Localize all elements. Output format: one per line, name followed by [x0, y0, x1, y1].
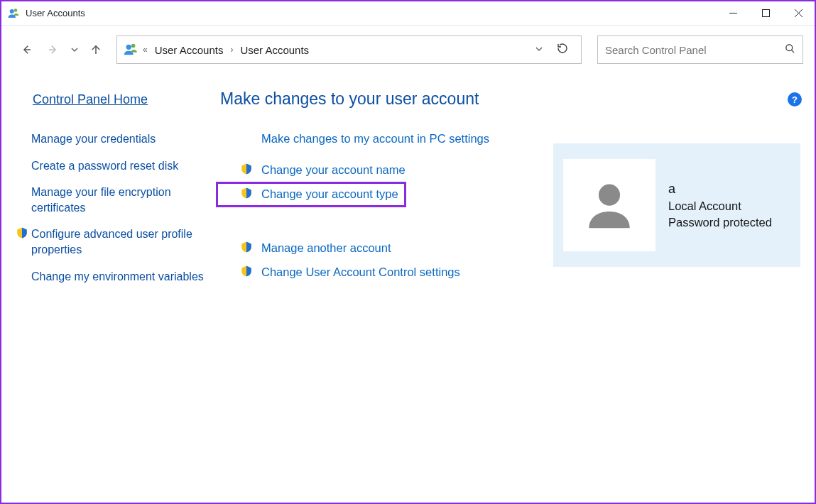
back-button[interactable]	[14, 38, 38, 62]
shield-icon	[240, 241, 253, 253]
link-pc-settings[interactable]: Make changes to my account in PC setting…	[261, 132, 489, 146]
shield-icon	[240, 265, 253, 278]
account-name: a	[668, 182, 772, 197]
svg-point-9	[126, 45, 131, 50]
forward-button[interactable]	[41, 38, 65, 62]
close-button[interactable]	[782, 2, 815, 25]
account-card: a Local Account Password protected	[553, 143, 800, 267]
shield-icon	[16, 226, 28, 239]
sidebar: Control Panel Home Manage your credentia…	[14, 77, 220, 295]
svg-point-13	[599, 185, 620, 206]
sidebar-item-advanced-profile[interactable]: Configure advanced user profile properti…	[31, 226, 220, 257]
svg-point-11	[786, 44, 793, 50]
breadcrumb-user-accounts-1[interactable]: User Accounts	[152, 43, 227, 57]
breadcrumb-overflow[interactable]: «	[143, 45, 148, 55]
link-change-account-type[interactable]: Change your account type	[261, 187, 398, 201]
sidebar-item-environment-vars[interactable]: Change my environment variables	[31, 269, 204, 285]
page-title: Make changes to your user account	[220, 89, 802, 109]
up-button[interactable]	[84, 38, 108, 62]
shield-icon	[240, 163, 253, 175]
sidebar-item-manage-credentials[interactable]: Manage your credentials	[31, 131, 156, 147]
address-bar[interactable]: « User Accounts › User Accounts	[116, 35, 582, 64]
refresh-button[interactable]	[550, 43, 575, 57]
breadcrumb-user-accounts-2[interactable]: User Accounts	[237, 43, 312, 57]
svg-rect-3	[762, 10, 769, 17]
search-box[interactable]	[597, 35, 803, 64]
shield-icon	[240, 187, 253, 199]
control-panel-home-link[interactable]: Control Panel Home	[14, 92, 220, 107]
minimize-button[interactable]	[717, 2, 749, 25]
link-manage-another-account[interactable]: Manage another account	[261, 241, 391, 255]
search-input[interactable]	[605, 44, 785, 56]
breadcrumb-sep-icon: ›	[230, 45, 233, 55]
avatar	[563, 159, 655, 251]
user-accounts-icon	[123, 42, 138, 57]
history-dropdown[interactable]	[68, 38, 81, 62]
toolbar: « User Accounts › User Accounts	[1, 26, 815, 74]
link-change-account-name[interactable]: Change your account name	[261, 163, 406, 177]
search-icon[interactable]	[785, 43, 795, 57]
svg-point-1	[14, 9, 18, 12]
address-dropdown[interactable]	[533, 45, 545, 54]
svg-point-10	[131, 44, 136, 48]
link-uac-settings[interactable]: Change User Account Control settings	[261, 265, 460, 279]
account-status: Password protected	[668, 216, 772, 229]
window-title: User Accounts	[26, 8, 717, 18]
user-accounts-icon	[7, 7, 20, 20]
user-avatar-icon	[579, 175, 640, 236]
account-type: Local Account	[668, 199, 772, 213]
sidebar-item-password-reset-disk[interactable]: Create a password reset disk	[31, 158, 178, 174]
svg-line-12	[791, 50, 794, 53]
titlebar: User Accounts	[1, 1, 815, 26]
svg-point-0	[10, 9, 14, 13]
sidebar-item-encryption-certificates[interactable]: Manage your file encryption certificates	[31, 185, 220, 215]
maximize-button[interactable]	[749, 2, 782, 25]
